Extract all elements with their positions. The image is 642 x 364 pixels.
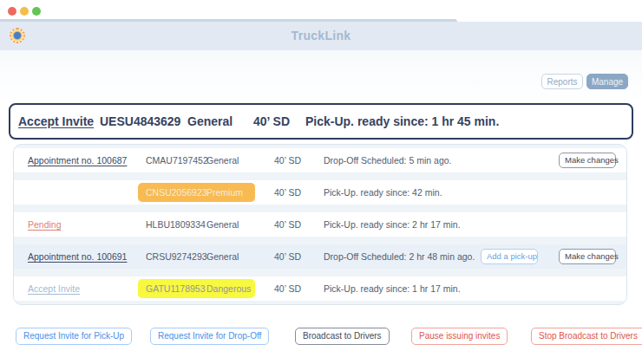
container-id: GATU1178953	[146, 276, 206, 301]
request-invite-dropoff-button[interactable]: Request Invite for Drop-Off	[150, 328, 269, 345]
cargo-type: Dangerous	[206, 276, 251, 301]
container-id: UESU4843629	[100, 105, 180, 138]
app-title: TruckLink	[0, 22, 642, 50]
appointments-list: Appointment no. 100687CMAU7197452General…	[13, 144, 627, 305]
add-pickup-button[interactable]: Add a pick-up	[481, 249, 538, 264]
cargo-type: Premium	[206, 180, 243, 205]
broadcast-drivers-button[interactable]: Broadcast to Drivers	[295, 328, 390, 345]
close-icon[interactable]	[8, 7, 16, 16]
container-id: CNSU2056923	[146, 180, 207, 205]
zoom-icon[interactable]	[32, 7, 41, 16]
make-changes-button[interactable]: Make changes	[559, 249, 616, 264]
status-text: Pick-Up. ready since: 42 min.	[324, 180, 442, 205]
minimize-icon[interactable]	[20, 7, 29, 16]
accept-invite-link[interactable]: Accept Invite	[18, 105, 94, 138]
cargo-type: General	[206, 212, 239, 237]
pause-invites-button[interactable]: Pause issuing invites	[411, 328, 508, 345]
status-text: Pick-Up. ready since: 2 hr 17 min.	[324, 212, 461, 237]
equipment-size: 40’ SD	[274, 244, 301, 269]
table-row: Appointment no. 100691CRSU9274293General…	[14, 244, 626, 269]
equipment-size: 40’ SD	[274, 276, 301, 301]
table-row: PendingHLBU1809334General40’ SDPick-Up. …	[14, 212, 626, 237]
status-text: Pick-Up. ready since: 1 hr 17 min.	[324, 276, 461, 301]
stop-broadcast-button[interactable]: Stop Broadcast to Drivers	[531, 328, 642, 345]
table-row: Appointment no. 100687CMAU7197452General…	[14, 148, 626, 172]
row-action-link[interactable]: Appointment no. 100687	[28, 148, 127, 172]
cargo-type: General	[206, 244, 239, 269]
table-row: Accept InviteGATU1178953Dangerous40’ SDP…	[14, 276, 626, 301]
status-text: Drop-Off Scheduled: 2 hr 48 min ago.	[324, 244, 475, 269]
app-header: TruckLink	[0, 22, 642, 50]
row-action-link[interactable]: Accept Invite	[28, 276, 80, 301]
table-row: CNSU2056923Premium40’ SDPick-Up. ready s…	[14, 180, 626, 205]
row-action-link[interactable]: Appointment no. 100691	[28, 244, 127, 269]
status-text: Pick-Up. ready since: 1 hr 45 min.	[305, 105, 499, 138]
cargo-type: General	[206, 148, 239, 172]
status-text: Drop-Off Scheduled: 5 min ago.	[324, 148, 451, 172]
container-id: HLBU1809334	[146, 212, 206, 237]
window-titlebar	[0, 0, 642, 20]
equipment-size: 40’ SD	[253, 105, 290, 138]
equipment-size: 40’ SD	[274, 212, 301, 237]
container-id: CMAU7197452	[146, 148, 208, 172]
traffic-lights	[8, 7, 41, 16]
equipment-size: 40’ SD	[274, 148, 301, 172]
container-id: CRSU9274293	[146, 244, 207, 269]
row-action-link[interactable]: Pending	[28, 212, 62, 237]
manage-button[interactable]: Manage	[586, 74, 628, 89]
equipment-size: 40’ SD	[274, 180, 301, 205]
make-changes-button[interactable]: Make changes	[559, 153, 616, 168]
focused-invite-row[interactable]: Accept Invite UESU4843629 General 40’ SD…	[9, 103, 633, 140]
cargo-type: General	[187, 105, 233, 138]
reports-button[interactable]: Reports	[541, 74, 583, 89]
request-invite-pickup-button[interactable]: Request Invite for Pick-Up	[16, 328, 132, 345]
